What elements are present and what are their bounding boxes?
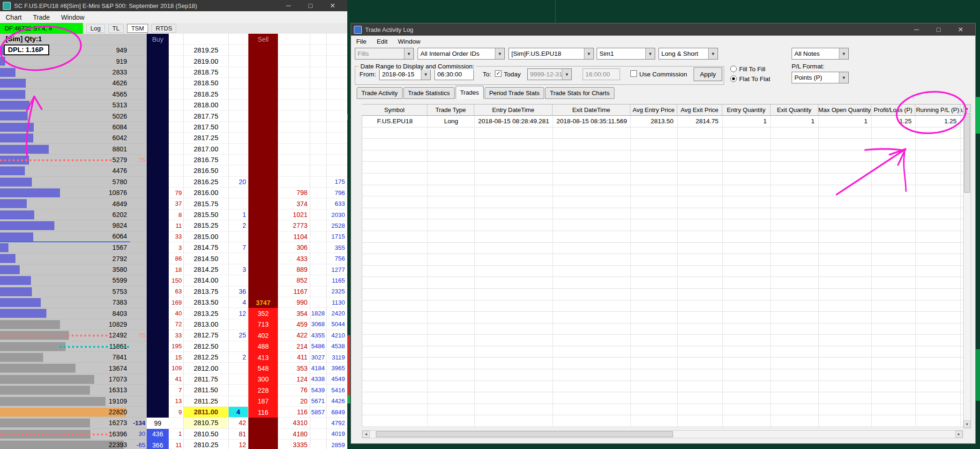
dom-sell-cell[interactable]: 413 bbox=[248, 352, 278, 363]
dom-price-cell[interactable]: 2819.00 bbox=[184, 56, 229, 67]
trades-column-header[interactable]: Symbol bbox=[362, 104, 427, 116]
dom-bid-size-cell[interactable] bbox=[229, 363, 248, 374]
dom-price-cell[interactable]: 2810.25 bbox=[184, 440, 229, 449]
close-icon[interactable]: ✕ bbox=[322, 0, 344, 11]
dom-sell-cell[interactable] bbox=[248, 155, 278, 165]
dom-bid-size-cell[interactable] bbox=[229, 374, 248, 385]
dom-price-cell[interactable]: 2816.50 bbox=[184, 165, 229, 176]
right-titlebar[interactable]: Trade Activity Log ─ □ ✕ bbox=[351, 23, 975, 36]
dom-bid-size-cell[interactable]: 20 bbox=[229, 177, 248, 187]
dom-buy-cell[interactable] bbox=[147, 210, 169, 220]
dom-bid-size-cell[interactable] bbox=[229, 122, 248, 133]
dom-buy-cell[interactable] bbox=[147, 67, 169, 78]
dom-sell-cell[interactable] bbox=[248, 286, 278, 297]
vertical-scrollbar-thumb[interactable] bbox=[964, 113, 970, 193]
chevron-down-icon[interactable]: ▼ bbox=[421, 69, 430, 80]
dom-buy-cell[interactable] bbox=[147, 232, 169, 242]
dom-bid-size-cell[interactable]: 2 bbox=[229, 220, 248, 231]
dom-bid-size-cell[interactable] bbox=[229, 232, 248, 242]
dom-sell-cell[interactable]: 713 bbox=[248, 319, 278, 330]
dom-sell-cell[interactable] bbox=[248, 253, 278, 264]
rtds-button[interactable]: RTDS bbox=[151, 24, 176, 33]
dom-buy-cell[interactable] bbox=[147, 308, 169, 319]
dom-sell-cell[interactable]: 116 bbox=[248, 407, 278, 418]
dom-sell-cell[interactable] bbox=[248, 242, 278, 253]
dom-sell-cell[interactable] bbox=[248, 210, 278, 220]
order-ids-dropdown[interactable]: All Internal Order IDs ▼ bbox=[418, 48, 505, 60]
tab-trades[interactable]: Trades bbox=[456, 86, 484, 99]
to-time-input[interactable]: 16:00:00 bbox=[583, 68, 620, 80]
buy-column-header[interactable]: Buy bbox=[147, 34, 169, 45]
dom-bid-size-cell[interactable]: 42 bbox=[229, 418, 248, 428]
dom-sell-cell[interactable] bbox=[248, 429, 278, 440]
dom-sell-cell[interactable] bbox=[248, 232, 278, 242]
chevron-down-icon[interactable]: ▼ bbox=[404, 48, 413, 59]
maximize-icon[interactable]: □ bbox=[299, 0, 322, 11]
dom-bid-size-cell[interactable] bbox=[229, 396, 248, 407]
dom-bid-size-cell[interactable] bbox=[229, 100, 248, 111]
dom-buy-cell[interactable] bbox=[147, 78, 169, 89]
dom-buy-cell[interactable] bbox=[147, 133, 169, 143]
dom-buy-cell[interactable] bbox=[147, 286, 169, 297]
fill-to-fill-radio[interactable] bbox=[730, 66, 737, 72]
trade-row[interactable]: F.US.EPU18Long2018-08-15 08:28:49.281201… bbox=[362, 116, 964, 127]
dom-price-cell[interactable]: 2815.75 bbox=[184, 198, 229, 209]
dom-price-cell[interactable]: 2817.00 bbox=[184, 144, 229, 155]
dom-sell-cell[interactable] bbox=[248, 220, 278, 231]
dom-price-cell[interactable]: 2815.00 bbox=[184, 232, 229, 242]
dom-price-cell[interactable]: 2817.25 bbox=[184, 133, 229, 143]
dom-sell-cell[interactable] bbox=[248, 56, 278, 67]
dom-sell-cell[interactable]: 352 bbox=[248, 308, 278, 319]
minimize-icon[interactable]: ─ bbox=[905, 24, 928, 35]
scroll-up-icon[interactable]: ▲ bbox=[964, 105, 971, 112]
trades-column-header[interactable]: Entry Quantity bbox=[722, 104, 771, 116]
dom-sell-cell[interactable] bbox=[248, 89, 278, 100]
sell-column-header[interactable]: Sell bbox=[248, 34, 278, 45]
dom-sell-cell[interactable] bbox=[248, 418, 278, 428]
notes-dropdown[interactable]: All Notes ▼ bbox=[792, 48, 849, 60]
dom-price-cell[interactable]: 2816.25 bbox=[184, 177, 229, 187]
dom-bid-size-cell[interactable] bbox=[229, 155, 248, 165]
trades-column-header[interactable]: Max Open Quantity bbox=[818, 104, 871, 116]
vertical-scrollbar[interactable]: ▲ ▼ bbox=[963, 104, 971, 428]
dom-buy-cell[interactable] bbox=[147, 111, 169, 121]
chevron-down-icon[interactable]: ▼ bbox=[839, 48, 848, 59]
dom-price-cell[interactable]: 2811.75 bbox=[184, 374, 229, 385]
dom-buy-cell[interactable] bbox=[147, 56, 169, 67]
dom-price-cell[interactable]: 2812.00 bbox=[184, 363, 229, 374]
dom-bid-size-cell[interactable] bbox=[229, 144, 248, 155]
fills-dropdown[interactable]: Fills ▼ bbox=[355, 48, 414, 60]
dom-bid-size-cell[interactable]: 81 bbox=[229, 429, 248, 440]
dom-sell-cell[interactable]: 548 bbox=[248, 363, 278, 374]
dom-buy-cell[interactable] bbox=[147, 374, 169, 385]
trades-column-header[interactable]: Avg Entry Price bbox=[630, 104, 677, 116]
dom-sell-cell[interactable] bbox=[248, 67, 278, 78]
dom-buy-cell[interactable]: 436 bbox=[147, 429, 169, 440]
dom-buy-cell[interactable]: 366 bbox=[147, 440, 169, 449]
dom-buy-cell[interactable] bbox=[147, 220, 169, 231]
dom-bid-size-cell[interactable] bbox=[229, 67, 248, 78]
scroll-left-icon[interactable]: ◄ bbox=[362, 431, 370, 438]
dom-buy-cell[interactable] bbox=[147, 319, 169, 330]
dom-price-cell[interactable]: 2816.75 bbox=[184, 155, 229, 165]
trades-column-header[interactable]: Entry DateTime bbox=[474, 104, 553, 116]
dom-buy-cell[interactable] bbox=[147, 144, 169, 155]
dom-bid-size-cell[interactable]: 4 bbox=[229, 297, 248, 308]
dom-buy-cell[interactable] bbox=[147, 396, 169, 407]
trades-column-header[interactable]: Trade Type bbox=[427, 104, 474, 116]
log-button[interactable]: Log bbox=[86, 24, 105, 33]
tab-trade-activity[interactable]: Trade Activity bbox=[357, 87, 403, 99]
scroll-down-icon[interactable]: ▼ bbox=[964, 420, 971, 428]
dom-bid-size-cell[interactable] bbox=[229, 253, 248, 264]
close-icon[interactable]: ✕ bbox=[950, 24, 972, 35]
dom-sell-cell[interactable] bbox=[248, 111, 278, 121]
tl-button[interactable]: TL bbox=[108, 24, 124, 33]
dom-sell-cell[interactable] bbox=[248, 78, 278, 89]
dom-buy-cell[interactable] bbox=[147, 242, 169, 253]
dom-bid-size-cell[interactable]: 36 bbox=[229, 286, 248, 297]
dom-bid-size-cell[interactable] bbox=[229, 111, 248, 121]
from-date-picker[interactable]: 2018-08-15 ▼ bbox=[379, 68, 431, 80]
dom-sell-cell[interactable] bbox=[248, 122, 278, 133]
horizontal-scrollbar[interactable]: ◄ ► bbox=[362, 430, 963, 438]
chevron-down-icon[interactable]: ▼ bbox=[839, 72, 848, 83]
